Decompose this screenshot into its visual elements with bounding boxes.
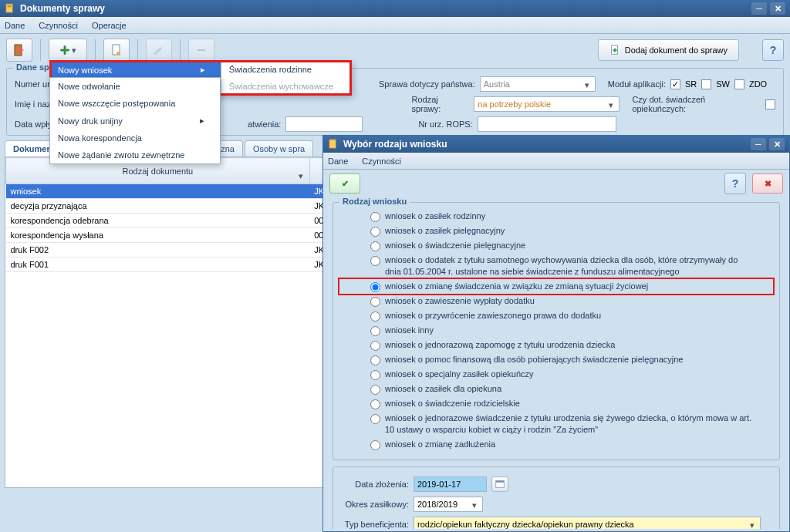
edit-button[interactable]: [146, 39, 172, 62]
menu-operacje[interactable]: Operacje: [92, 21, 127, 30]
chevron-down-icon: ▾: [605, 99, 617, 111]
radio-label: wniosek o jednorazową zapomogę z tytułu …: [385, 339, 615, 351]
col-rodzaj[interactable]: Rodzaj dokumentu: [123, 167, 194, 176]
modal-legend: Rodzaj wniosku: [339, 197, 410, 206]
radio-option[interactable]: wniosek inny: [339, 323, 773, 338]
radio-label: wniosek o zasiłek dla opiekuna: [385, 383, 501, 395]
radio-input[interactable]: [370, 385, 380, 395]
modal-help-button[interactable]: ?: [724, 173, 746, 194]
chevron-down-icon: ▾: [468, 499, 481, 511]
cell-rodzaj: druk F002: [6, 243, 310, 258]
zalatwienia-label: atwienia:: [248, 120, 281, 129]
separator: [137, 39, 138, 61]
radio-option[interactable]: wniosek o zmianę zadłużenia: [339, 437, 773, 452]
close-button[interactable]: ✕: [770, 2, 785, 15]
radio-label: wniosek o pomoc finansową dla osób pobie…: [385, 354, 683, 365]
dropdown-item-nowy-wniosek[interactable]: Nowy wniosek ▸: [50, 61, 221, 79]
main-title-bar: Dokumenty sprawy ─ ✕: [0, 0, 790, 17]
radio-option[interactable]: wniosek o jednorazową zapomogę z tytułu …: [339, 338, 773, 352]
dropdown-item[interactable]: Nowa korespondencja: [50, 130, 220, 146]
zalatwienia-input[interactable]: [285, 116, 363, 132]
svg-rect-11: [496, 481, 505, 483]
radio-option[interactable]: wniosek o dodatek z tytułu samotnego wyc…: [339, 253, 773, 279]
modal-menu-czynnosci[interactable]: Czynności: [362, 157, 401, 166]
typ-beneficjenta-combo[interactable]: rodzic/opiekun faktyczny dziecka/opiekun…: [414, 517, 761, 529]
sprawa-dotyczy-label: Sprawa dotyczy państwa:: [379, 79, 475, 89]
radio-input[interactable]: [370, 297, 380, 307]
new-doc-button[interactable]: [103, 39, 130, 62]
radio-label: wniosek o specjalny zasiłek opiekuńczy: [385, 369, 534, 380]
calendar-icon: [495, 480, 505, 489]
rodzaj-sprawy-combo[interactable]: na potrzeby polskie ▾: [474, 96, 620, 112]
calendar-button[interactable]: [491, 476, 508, 492]
radio-option[interactable]: wniosek o zasiłek rodzinny: [339, 209, 773, 224]
help-button[interactable]: ?: [762, 39, 784, 61]
rodzaj-wniosku-fieldset: Rodzaj wniosku wniosek o zasiłek rodzinn…: [333, 202, 780, 460]
cell-rodzaj: druk F001: [6, 258, 310, 272]
dropdown-label: Nowe odwołanie: [58, 82, 120, 91]
radio-input[interactable]: [370, 212, 380, 222]
add-doc-to-case-button[interactable]: Dodaj dokument do sprawy: [598, 39, 739, 61]
wniosek-type-dialog: Wybór rodzaju wniosku ─ ✕ Dane Czynności…: [322, 135, 790, 532]
radio-option[interactable]: wniosek o zmianę świadczenia w związku z…: [339, 279, 773, 294]
sprawa-dotyczy-combo[interactable]: Austria ▾: [480, 76, 596, 92]
accept-button[interactable]: ✔: [329, 173, 360, 194]
dropdown-item[interactable]: Nowe wszczęcie postępowania: [50, 95, 220, 112]
mod-zdo-checkbox[interactable]: [734, 79, 744, 89]
radio-option[interactable]: wniosek o przywrócenie zawieszonego praw…: [339, 308, 773, 323]
radio-input[interactable]: [370, 282, 380, 292]
radio-option[interactable]: wniosek o świadczenie rodzicielskie: [339, 396, 773, 411]
remove-button[interactable]: [188, 39, 214, 62]
menu-dane[interactable]: Dane: [5, 21, 25, 30]
radio-input[interactable]: [370, 370, 380, 380]
mod-zdo-label: ZDO: [749, 79, 767, 89]
dropdown-item[interactable]: Nowe żądanie zwrotu zewnętrzne: [50, 146, 220, 163]
radio-option[interactable]: wniosek o specjalny zasiłek opiekuńczy: [339, 367, 773, 382]
radio-input[interactable]: [370, 256, 380, 266]
radio-input[interactable]: [370, 341, 380, 351]
add-button[interactable]: ▾: [49, 39, 87, 62]
nr-urz-rops-input[interactable]: [478, 116, 616, 132]
dropdown-item[interactable]: Nowy druk unijny▸: [50, 112, 220, 130]
radio-input[interactable]: [370, 227, 380, 237]
mod-sr-checkbox[interactable]: ✓: [670, 79, 680, 89]
okres-combo[interactable]: 2018/2019 ▾: [414, 497, 483, 512]
modal-menu-bar: Dane Czynności: [323, 153, 789, 170]
filter-icon[interactable]: ▾: [295, 171, 306, 182]
czy-dot-checkbox[interactable]: [765, 99, 775, 109]
exit-button[interactable]: [6, 39, 32, 62]
radio-input[interactable]: [370, 241, 380, 251]
radio-option[interactable]: wniosek o świadczenie pielęgnacyjne: [339, 238, 773, 253]
radio-input[interactable]: [370, 414, 380, 424]
pencil-icon: [153, 44, 165, 56]
radio-option[interactable]: wniosek o zawieszenie wypłaty dodatku: [339, 294, 773, 308]
main-menu-bar: Dane Czynności Operacje: [0, 17, 790, 34]
menu-czynnosci[interactable]: Czynności: [39, 21, 78, 30]
minimize-button[interactable]: ─: [751, 2, 767, 15]
tab-osoby[interactable]: Osoby w spra: [245, 140, 313, 157]
svg-rect-9: [329, 140, 336, 148]
modal-minimize[interactable]: ─: [751, 138, 766, 150]
mod-sw-checkbox[interactable]: [701, 79, 711, 89]
radio-input[interactable]: [370, 440, 380, 450]
radio-label: wniosek inny: [385, 325, 434, 336]
submenu-rodzinne[interactable]: Świadczenia rodzinne: [221, 61, 351, 78]
cancel-button[interactable]: ✖: [752, 173, 783, 194]
radio-option[interactable]: wniosek o zasiłek pielęgnacyjny: [339, 224, 773, 238]
dropdown-item[interactable]: Nowe odwołanie: [50, 78, 220, 95]
radio-input[interactable]: [370, 326, 380, 336]
radio-input[interactable]: [370, 311, 380, 322]
radio-option[interactable]: wniosek o jednorazowe świadczenie z tytu…: [339, 411, 773, 437]
separator: [180, 39, 181, 61]
svg-rect-2: [8, 6, 12, 7]
modal-close[interactable]: ✕: [769, 138, 785, 150]
radio-option[interactable]: wniosek o pomoc finansową dla osób pobie…: [339, 352, 773, 367]
dropdown-label: Nowe wszczęcie postępowania: [58, 99, 175, 108]
radio-input[interactable]: [370, 399, 380, 409]
cell-rodzaj: decyzja przyznająca: [6, 199, 310, 214]
data-zlozenia-input[interactable]: 2019-01-17: [414, 476, 487, 492]
modal-menu-dane[interactable]: Dane: [328, 157, 348, 166]
radio-input[interactable]: [370, 355, 380, 365]
radio-option[interactable]: wniosek o zasiłek dla opiekuna: [339, 382, 773, 396]
dropdown-label: Nowy druk unijny: [58, 116, 123, 126]
